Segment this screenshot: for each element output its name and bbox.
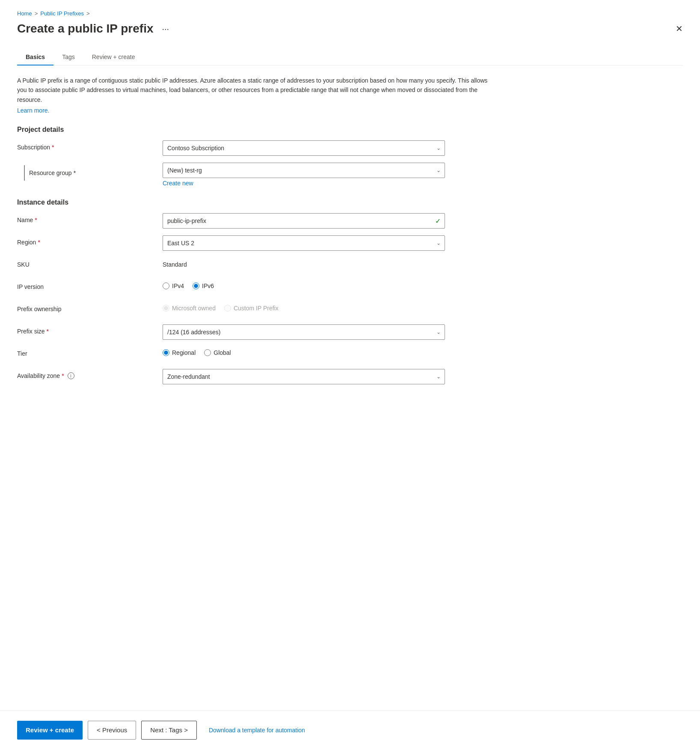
custom-ip-prefix-radio[interactable] bbox=[224, 305, 231, 312]
ip-version-radio-group: IPv4 IPv6 bbox=[163, 280, 445, 289]
breadcrumb-public-ip-prefixes[interactable]: Public IP Prefixes bbox=[40, 10, 84, 17]
page-header: Create a public IP prefix ··· ✕ bbox=[17, 22, 683, 36]
tier-regional-radio[interactable] bbox=[163, 349, 169, 356]
breadcrumb-sep1: > bbox=[35, 10, 38, 17]
region-label: Region bbox=[17, 239, 36, 246]
availability-zone-required: * bbox=[62, 372, 64, 379]
ipv4-radio[interactable] bbox=[163, 282, 169, 289]
name-control: ✓ bbox=[163, 213, 445, 229]
tab-review-create[interactable]: Review + create bbox=[83, 49, 144, 65]
ellipsis-button[interactable]: ··· bbox=[159, 22, 173, 36]
region-control: East US 2 ⌄ bbox=[163, 235, 445, 251]
prefix-size-label: Prefix size bbox=[17, 328, 45, 335]
custom-ip-prefix-label: Custom IP Prefix bbox=[234, 305, 279, 312]
availability-zone-label: Availability zone bbox=[17, 372, 60, 379]
tier-global-option[interactable]: Global bbox=[204, 349, 231, 356]
breadcrumb-sep2: > bbox=[86, 10, 90, 17]
ip-version-label: IP version bbox=[17, 283, 44, 290]
resource-group-required: * bbox=[74, 169, 76, 176]
microsoft-owned-option[interactable]: Microsoft owned bbox=[163, 305, 216, 312]
subscription-select[interactable]: Contoso Subscription bbox=[163, 140, 445, 156]
prefix-size-row: Prefix size * /124 (16 addresses) ⌄ bbox=[17, 324, 683, 340]
ipv4-label: IPv4 bbox=[172, 282, 184, 289]
next-button[interactable]: Next : Tags > bbox=[141, 721, 197, 740]
page-title: Create a public IP prefix bbox=[17, 22, 154, 36]
footer: Review + create < Previous Next : Tags >… bbox=[0, 710, 700, 749]
tab-basics[interactable]: Basics bbox=[17, 49, 53, 65]
breadcrumb-home[interactable]: Home bbox=[17, 10, 32, 17]
description-text: A Public IP prefix is a range of contigu… bbox=[17, 76, 488, 104]
tier-global-radio[interactable] bbox=[204, 349, 211, 356]
learn-more-link[interactable]: Learn more. bbox=[17, 107, 49, 114]
subscription-row: Subscription * Contoso Subscription ⌄ bbox=[17, 140, 683, 156]
tier-regional-label: Regional bbox=[172, 349, 196, 356]
ip-version-ipv6-option[interactable]: IPv6 bbox=[193, 282, 214, 289]
region-required: * bbox=[38, 239, 40, 246]
tier-row: Tier Regional Global bbox=[17, 347, 683, 362]
prefix-size-select[interactable]: /124 (16 addresses) bbox=[163, 324, 445, 340]
availability-zone-select[interactable]: Zone-redundant bbox=[163, 369, 445, 384]
custom-ip-prefix-option[interactable]: Custom IP Prefix bbox=[224, 305, 279, 312]
name-check-icon: ✓ bbox=[435, 217, 441, 225]
sku-label: SKU bbox=[17, 261, 30, 268]
subscription-control: Contoso Subscription ⌄ bbox=[163, 140, 445, 156]
breadcrumb: Home > Public IP Prefixes > bbox=[17, 10, 683, 17]
availability-zone-row: Availability zone * i Zone-redundant ⌄ bbox=[17, 369, 683, 384]
prefix-size-required: * bbox=[47, 328, 49, 335]
close-button[interactable]: ✕ bbox=[676, 24, 683, 34]
tier-global-label: Global bbox=[214, 349, 231, 356]
subscription-required: * bbox=[52, 144, 54, 151]
availability-zone-control: Zone-redundant ⌄ bbox=[163, 369, 445, 384]
prefix-ownership-row: Prefix ownership Microsoft owned Custom … bbox=[17, 302, 683, 318]
microsoft-owned-label: Microsoft owned bbox=[172, 305, 216, 312]
resource-group-label: Resource group bbox=[29, 169, 72, 176]
indent-line bbox=[24, 165, 25, 181]
region-select[interactable]: East US 2 bbox=[163, 235, 445, 251]
project-details-title: Project details bbox=[17, 126, 683, 134]
review-create-button[interactable]: Review + create bbox=[17, 721, 83, 740]
instance-details-title: Instance details bbox=[17, 199, 683, 206]
sku-row: SKU Standard bbox=[17, 258, 683, 273]
subscription-label: Subscription bbox=[17, 144, 50, 151]
previous-button[interactable]: < Previous bbox=[88, 721, 136, 740]
resource-group-row: Resource group * (New) test-rg ⌄ Create … bbox=[17, 163, 683, 187]
name-label: Name bbox=[17, 217, 33, 223]
prefix-size-control: /124 (16 addresses) ⌄ bbox=[163, 324, 445, 340]
tab-bar: Basics Tags Review + create bbox=[17, 49, 683, 65]
resource-group-control: (New) test-rg ⌄ Create new bbox=[163, 163, 445, 187]
ipv6-label: IPv6 bbox=[202, 282, 214, 289]
ip-version-row: IP version IPv4 IPv6 bbox=[17, 280, 683, 295]
ipv6-radio[interactable] bbox=[193, 282, 199, 289]
name-input[interactable] bbox=[163, 213, 445, 229]
prefix-ownership-radio-group: Microsoft owned Custom IP Prefix bbox=[163, 302, 445, 312]
ip-version-ipv4-option[interactable]: IPv4 bbox=[163, 282, 184, 289]
resource-group-select[interactable]: (New) test-rg bbox=[163, 163, 445, 178]
region-row: Region * East US 2 ⌄ bbox=[17, 235, 683, 251]
microsoft-owned-radio[interactable] bbox=[163, 305, 169, 312]
create-new-link[interactable]: Create new bbox=[163, 180, 445, 187]
sku-value: Standard bbox=[163, 258, 445, 268]
tier-label: Tier bbox=[17, 350, 27, 357]
tier-regional-option[interactable]: Regional bbox=[163, 349, 196, 356]
name-row: Name * ✓ bbox=[17, 213, 683, 229]
prefix-ownership-label: Prefix ownership bbox=[17, 306, 62, 312]
availability-zone-info-icon[interactable]: i bbox=[68, 372, 74, 379]
tier-radio-group: Regional Global bbox=[163, 347, 445, 356]
download-template-link[interactable]: Download a template for automation bbox=[209, 727, 305, 734]
name-required: * bbox=[35, 217, 37, 223]
tab-tags[interactable]: Tags bbox=[53, 49, 83, 65]
